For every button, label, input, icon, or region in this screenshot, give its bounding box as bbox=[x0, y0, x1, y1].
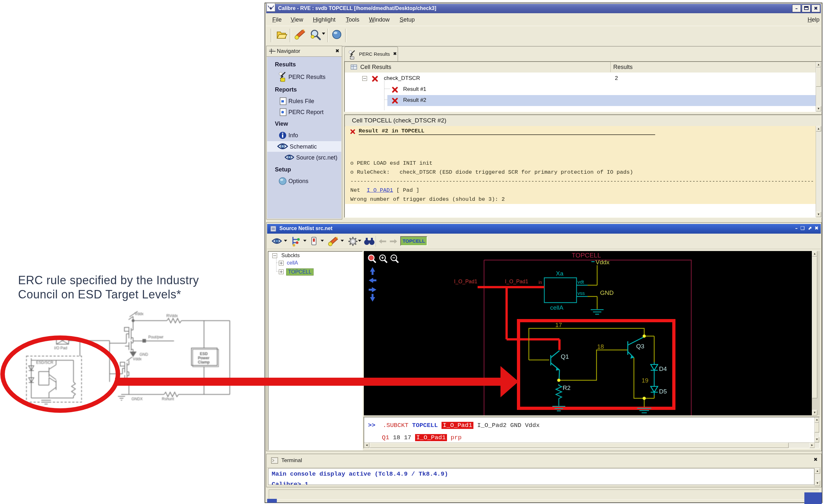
nav-item-perc-results[interactable]: PERC Results bbox=[288, 74, 325, 81]
menu-highlight[interactable]: Highlight bbox=[313, 16, 335, 23]
scroll-down-icon[interactable]: ▼ bbox=[812, 410, 817, 415]
menu-window[interactable]: Window bbox=[369, 16, 390, 23]
minimize-button[interactable]: – bbox=[792, 4, 801, 12]
scroll-thumb[interactable] bbox=[816, 67, 821, 87]
gear-icon[interactable] bbox=[348, 236, 358, 246]
find-binoculars-icon[interactable] bbox=[364, 236, 375, 246]
schematic-canvas[interactable]: TOPCELL Vddx GND X bbox=[364, 251, 812, 415]
close-button[interactable]: ✖ bbox=[812, 4, 820, 12]
scroll-up-icon[interactable]: ▲ bbox=[815, 417, 819, 423]
scroll-down-icon[interactable]: ▼ bbox=[815, 437, 819, 442]
scroll-down-icon[interactable]: ▼ bbox=[816, 106, 821, 112]
column-results[interactable]: Results bbox=[613, 64, 632, 71]
nav-item-source[interactable]: Source (src.net) bbox=[296, 154, 338, 161]
subckt-cella[interactable]: cellA bbox=[287, 260, 298, 266]
view-dropdown-icon[interactable] bbox=[284, 240, 287, 242]
nav-item-info[interactable]: Info bbox=[288, 132, 298, 139]
source-close-icon[interactable]: ✖ bbox=[814, 225, 819, 231]
terminal-scrollbar[interactable]: ▲ ▼ bbox=[814, 468, 820, 486]
canvas-scrollbar[interactable]: ▲ ▼ bbox=[812, 251, 820, 415]
nav-item-schematic[interactable]: Schematic bbox=[290, 143, 317, 150]
back-arrow-icon[interactable] bbox=[378, 238, 387, 244]
terminal-header[interactable]: Terminal ✖ bbox=[267, 455, 821, 468]
expand-icon[interactable] bbox=[279, 269, 284, 274]
highlighted-net[interactable]: I_O_Pad1 bbox=[442, 422, 473, 429]
terminal-close-icon[interactable]: ✖ bbox=[813, 457, 818, 462]
wand-dropdown-icon[interactable] bbox=[341, 240, 344, 242]
pin-vss-label: vss bbox=[578, 290, 585, 296]
spacer bbox=[447, 434, 451, 441]
source-restore-icon[interactable]: ❏ bbox=[801, 225, 805, 231]
net-link[interactable]: I_O_PAD1 bbox=[367, 187, 393, 193]
scroll-right-icon[interactable]: ► bbox=[810, 443, 815, 448]
terminal-body[interactable]: Main console display active (Tcl8.4.9 / … bbox=[268, 468, 814, 485]
maximize-button[interactable] bbox=[802, 4, 811, 12]
d5-label: D5 bbox=[659, 388, 667, 395]
column-cell-results[interactable]: Cell Results bbox=[360, 64, 391, 71]
scroll-thumb[interactable] bbox=[815, 423, 819, 432]
d4-label: D4 bbox=[659, 365, 667, 372]
globe-icon[interactable] bbox=[331, 29, 342, 40]
nav-item-options[interactable]: Options bbox=[288, 178, 308, 185]
expand-icon[interactable] bbox=[279, 261, 284, 266]
tree-row-check-dtscr[interactable]: check_DTSCR 2 bbox=[345, 73, 816, 84]
nav-item-rules-file[interactable]: Rules File bbox=[288, 98, 314, 105]
resize-grip-right[interactable] bbox=[804, 492, 822, 504]
forward-arrow-icon[interactable] bbox=[389, 238, 398, 244]
detail-line-rulecheck: o RuleCheck: check_DTSCR (ESD diode trig… bbox=[350, 169, 633, 175]
zoom-out-icon bbox=[391, 255, 398, 263]
source-detach-icon[interactable]: ⬈ bbox=[808, 225, 812, 231]
search-icon[interactable] bbox=[309, 29, 326, 41]
menu-file[interactable]: File bbox=[272, 16, 282, 23]
tab-close-icon[interactable]: ✖ bbox=[393, 51, 397, 56]
tree-row-result-1[interactable]: Result #1 bbox=[345, 84, 816, 95]
tab-perc-results[interactable]: PERC Results ✖ bbox=[345, 47, 398, 62]
scroll-down-icon[interactable]: ▼ bbox=[816, 212, 821, 217]
view-eye-icon[interactable] bbox=[272, 237, 283, 245]
calibre-app-icon[interactable] bbox=[267, 3, 275, 12]
scroll-up-icon[interactable]: ▲ bbox=[816, 126, 821, 132]
source-minimize-icon[interactable]: – bbox=[795, 225, 798, 231]
main-titlebar[interactable]: Calibre - RVE : svdb TOPCELL [/home/dmed… bbox=[266, 4, 821, 13]
detail-scrollbar[interactable]: ▲ ▼ bbox=[816, 126, 821, 217]
navigator-header[interactable]: Navigator ✖ bbox=[267, 46, 342, 57]
highlight-pen-icon[interactable] bbox=[294, 29, 305, 41]
results-tree-scrollbar[interactable]: ▲ ▼ bbox=[816, 62, 821, 112]
menu-setup[interactable]: Setup bbox=[400, 16, 415, 23]
net-vddx-label: Vddx bbox=[596, 259, 610, 266]
breadcrumb-topcell[interactable]: TOPCELL bbox=[400, 236, 427, 246]
scroll-up-icon[interactable]: ▲ bbox=[812, 251, 817, 257]
resize-grip-left[interactable] bbox=[267, 499, 277, 503]
subckts-root[interactable]: Subckts bbox=[281, 253, 300, 259]
gear-dropdown-icon[interactable] bbox=[358, 240, 361, 242]
hierarchy-icon[interactable] bbox=[291, 236, 301, 246]
source-titlebar[interactable]: Source Netlist src.net – ❏ ⬈ ✖ bbox=[267, 224, 821, 234]
highlight-wand-icon[interactable] bbox=[328, 236, 339, 246]
navigator-close-icon[interactable]: ✖ bbox=[335, 48, 340, 54]
hierarchy-dropdown-icon[interactable] bbox=[303, 240, 306, 242]
scroll-up-icon[interactable]: ▲ bbox=[815, 468, 820, 474]
scroll-down-icon[interactable]: ▼ bbox=[815, 481, 820, 486]
collapse-icon[interactable] bbox=[272, 253, 277, 258]
probe-icon[interactable] bbox=[310, 236, 318, 246]
subckt-topcell[interactable]: TOPCELL bbox=[286, 269, 314, 276]
nav-item-perc-report[interactable]: PERC Report bbox=[288, 109, 323, 116]
menu-help[interactable]: Help bbox=[808, 16, 820, 23]
detail-result-title[interactable]: Result #2 in TOPCELL bbox=[359, 128, 655, 135]
scroll-thumb[interactable] bbox=[370, 443, 789, 448]
menu-view[interactable]: View bbox=[291, 16, 303, 23]
canvas-tools[interactable] bbox=[366, 253, 417, 304]
menu-tools[interactable]: Tools bbox=[346, 16, 359, 23]
collapse-icon[interactable] bbox=[362, 76, 367, 81]
netlist-vscrollbar[interactable]: ▲ ▼ bbox=[814, 417, 819, 448]
tree-row-result-2[interactable]: Result #2 bbox=[345, 95, 816, 106]
scroll-up-icon[interactable]: ▲ bbox=[816, 62, 821, 67]
probe-dropdown-icon[interactable] bbox=[321, 240, 324, 242]
scroll-thumb[interactable] bbox=[812, 257, 817, 398]
scroll-left-icon[interactable]: ◄ bbox=[364, 443, 369, 448]
window-buttons: – ✖ bbox=[792, 4, 820, 12]
netlist-hscrollbar[interactable]: ◄ ► bbox=[364, 442, 815, 448]
open-folder-icon[interactable] bbox=[276, 29, 288, 41]
highlighted-net[interactable]: I_O_Pad1 bbox=[415, 434, 447, 441]
detail-header-label: Cell TOPCELL (check_DTSCR #2) bbox=[352, 117, 446, 124]
